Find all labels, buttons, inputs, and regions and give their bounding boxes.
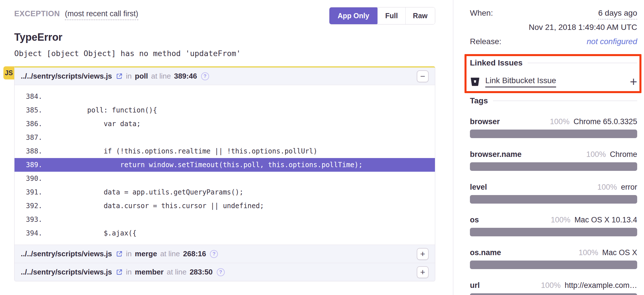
when-absolute-time: Nov 21, 2018 1:49:40 AM UTC	[470, 23, 637, 32]
heading-rule	[528, 63, 637, 63]
tag-percent: 100%	[586, 150, 606, 159]
linked-issues-heading: Linked Issues	[470, 58, 637, 67]
frame-function: member	[135, 268, 164, 276]
bitbucket-icon	[470, 77, 480, 87]
exception-pane: EXCEPTION (most recent call first) App O…	[14, 0, 435, 295]
tag-percent: 100%	[579, 248, 598, 257]
when-label: When:	[470, 9, 493, 20]
tag-value[interactable]: Chrome	[610, 150, 637, 159]
code-line: 388. if (!this.options.realtime || !this…	[15, 144, 435, 158]
code-line: 387.	[15, 131, 435, 144]
tag-distribution-bar	[470, 261, 637, 269]
open-in-new-icon[interactable]	[115, 269, 123, 276]
toggle-app-only-button[interactable]: App Only	[329, 7, 378, 24]
frame-function: poll	[135, 72, 148, 81]
frame-line-number: 389:46	[174, 72, 197, 81]
add-linked-issue-button[interactable]: +	[630, 77, 637, 87]
stack-frame: ../../sentry/scripts/views.js in poll at…	[14, 66, 435, 281]
platform-js-badge: JS	[3, 66, 14, 79]
help-icon[interactable]: ?	[201, 72, 209, 80]
stacktrace-view-toggle: App Only Full Raw	[329, 7, 435, 24]
release-label: Release:	[470, 37, 501, 46]
expand-frame-button[interactable]: +	[417, 248, 429, 260]
tag-key[interactable]: browser.name	[470, 150, 522, 159]
frame-file-link[interactable]: ../../sentry/scripts/views.js	[21, 268, 112, 276]
tag-percent: 100%	[551, 216, 570, 224]
code-line: 386. var data;	[15, 117, 435, 131]
help-icon[interactable]: ?	[217, 268, 225, 276]
tag-key[interactable]: level	[470, 183, 487, 192]
tags-heading: Tags	[470, 96, 637, 105]
tag-distribution-bar	[470, 228, 637, 236]
link-bitbucket-issue-link[interactable]: Link Bitbucket Issue	[485, 76, 556, 87]
code-line-crash: 389. return window.setTimeout(this.poll,…	[15, 158, 435, 172]
tags-section: Tags browser 100%Chrome 65.0.3325 browse…	[470, 96, 637, 295]
expand-frame-button[interactable]: +	[417, 266, 429, 278]
exception-header: EXCEPTION (most recent call first)	[14, 9, 138, 18]
open-in-new-icon[interactable]	[115, 250, 123, 258]
in-label: in	[126, 268, 132, 276]
code-line: 392. data.cursor = this.cursor || undefi…	[15, 199, 435, 213]
tag-distribution-bar	[470, 130, 637, 138]
event-sidebar: When: 6 days ago Nov 21, 2018 1:49:40 AM…	[470, 0, 637, 295]
at-line-label: at line	[167, 268, 186, 276]
code-line: 393.	[15, 213, 435, 226]
tag-value[interactable]: error	[621, 183, 637, 191]
tag-percent: 100%	[541, 281, 561, 290]
when-row: When: 6 days ago	[470, 9, 637, 20]
tag-row: browser.name 100%Chrome	[470, 150, 637, 171]
sidebar-divider	[453, 0, 453, 295]
collapsed-stack-frame: ../../sentry/scripts/views.js in member …	[15, 263, 435, 281]
tag-row: level 100%error	[470, 183, 637, 204]
tag-row: browser 100%Chrome 65.0.3325	[470, 117, 637, 138]
code-line: 384.	[15, 90, 435, 103]
linked-issues-section: Linked Issues Link Bitbucket Issue +	[470, 58, 637, 87]
tag-value[interactable]: Mac OS X 10.13.4	[574, 216, 637, 224]
at-line-label: at line	[151, 72, 171, 81]
release-not-configured-link[interactable]: not configured	[587, 37, 637, 46]
tag-value[interactable]: Mac OS X	[602, 248, 637, 257]
at-line-label: at line	[160, 249, 180, 258]
tag-value[interactable]: Chrome 65.0.3325	[573, 117, 637, 126]
tag-distribution-bar	[470, 195, 637, 204]
heading-rule	[493, 101, 637, 101]
bitbucket-integration-row: Link Bitbucket Issue +	[470, 76, 637, 87]
exception-type: TypeError	[14, 31, 62, 43]
frame-line-number: 268:16	[183, 249, 206, 258]
code-line: 390.	[15, 172, 435, 185]
collapse-frame-button[interactable]: −	[417, 70, 429, 82]
frame-function: merge	[135, 249, 157, 258]
tag-key[interactable]: url	[470, 281, 480, 290]
tag-row: os.name 100%Mac OS X	[470, 248, 637, 269]
when-relative-time[interactable]: 6 days ago	[598, 9, 637, 20]
tag-percent: 100%	[597, 183, 617, 191]
code-line: 385. poll: function(){	[15, 103, 435, 117]
exception-message: Object [object Object] has no method 'up…	[14, 49, 241, 58]
tag-distribution-bar	[470, 293, 637, 295]
open-in-new-icon[interactable]	[115, 73, 123, 80]
collapsed-stack-frame: ../../sentry/scripts/views.js in merge a…	[15, 245, 435, 263]
source-context: 384. 385. poll: function(){ 386. var dat…	[15, 85, 435, 245]
exception-title: EXCEPTION	[14, 9, 60, 18]
tag-value[interactable]: http://example.com…	[565, 281, 637, 290]
tag-key[interactable]: browser	[470, 117, 500, 126]
tag-key[interactable]: os	[470, 216, 479, 224]
tag-percent: 100%	[550, 117, 569, 126]
call-order-hint[interactable]: (most recent call first)	[65, 9, 138, 20]
help-icon[interactable]: ?	[210, 250, 218, 258]
frame-line-number: 283:50	[190, 268, 213, 276]
tag-row: os 100%Mac OS X 10.13.4	[470, 216, 637, 236]
frame-header: ../../sentry/scripts/views.js in poll at…	[15, 67, 435, 85]
tag-row: url 100%http://example.com…	[470, 281, 637, 295]
release-row: Release: not configured	[470, 37, 637, 46]
code-line: 394. $.ajax({	[15, 226, 435, 240]
frame-file-link[interactable]: ../../sentry/scripts/views.js	[21, 72, 112, 81]
toggle-raw-button[interactable]: Raw	[405, 7, 435, 24]
in-label: in	[126, 72, 132, 81]
tag-distribution-bar	[470, 162, 637, 171]
code-line: 391. data = app.utils.getQueryParams();	[15, 185, 435, 199]
frame-file-link[interactable]: ../../sentry/scripts/views.js	[21, 249, 112, 258]
in-label: in	[126, 249, 132, 258]
toggle-full-button[interactable]: Full	[377, 7, 405, 24]
tag-key[interactable]: os.name	[470, 248, 501, 257]
